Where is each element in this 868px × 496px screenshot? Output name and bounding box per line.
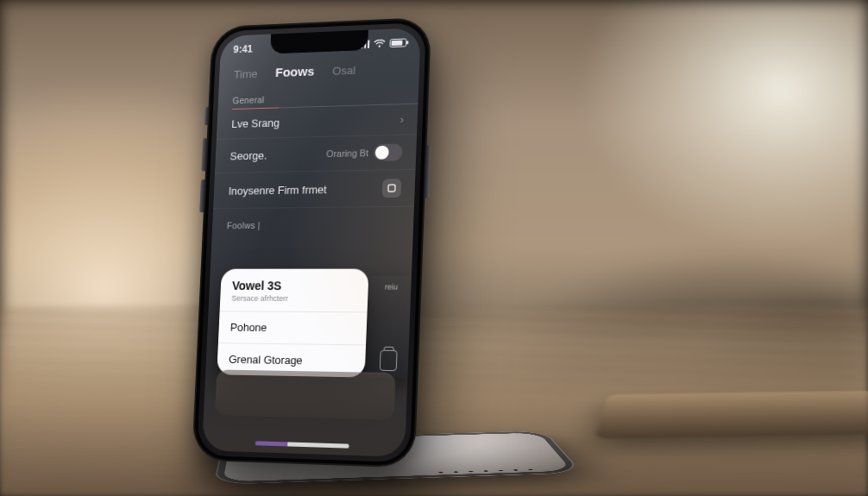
volume-down-button <box>199 179 205 212</box>
popover-subtitle: Sersace afrhcterr <box>220 294 368 312</box>
tab-left[interactable]: Time <box>234 67 258 80</box>
row-inoysenre[interactable]: Inoysenre Firm frmet <box>213 170 415 209</box>
popover-title: Vowel 3S <box>221 269 369 295</box>
notch <box>270 30 368 54</box>
phone-upright: 9:41 Time Foows Osal General Lve Srang <box>192 17 431 468</box>
chevron-right-icon: › <box>399 113 404 126</box>
popover-card[interactable]: Vowel 3S Sersace afrhcterr Pohone Grenal… <box>217 269 368 378</box>
wifi-icon <box>374 39 386 47</box>
svg-rect-0 <box>388 185 395 191</box>
mute-switch <box>204 107 210 125</box>
row-storage-ordering[interactable]: Seorge. Oraring Bt <box>215 135 417 173</box>
phone-screen: 9:41 Time Foows Osal General Lve Srang <box>202 28 421 457</box>
phone-frame: 9:41 Time Foows Osal General Lve Srang <box>192 17 431 468</box>
bottom-panel <box>215 369 396 419</box>
row-label: Lve Srang <box>231 116 280 130</box>
card-behind-popover[interactable]: reiu <box>360 276 420 379</box>
row-label: Inoysenre Firm frmet <box>228 183 326 197</box>
row-label: Seorge. <box>230 148 267 161</box>
row-live-sharing[interactable]: Lve Srang › <box>217 104 418 140</box>
status-time: 9:41 <box>233 43 253 55</box>
lock-icon <box>380 350 398 371</box>
volume-up-button <box>201 138 207 171</box>
battery-icon <box>389 38 406 47</box>
home-indicator[interactable] <box>255 441 349 448</box>
wood-block-right <box>594 391 868 439</box>
tab-center[interactable]: Foows <box>275 64 315 79</box>
popover-item-phone[interactable]: Pohone <box>218 311 368 344</box>
row-trailing-glyph-icon <box>382 179 402 198</box>
tab-right[interactable]: Osal <box>332 64 355 78</box>
peek-label: reiu <box>385 283 398 292</box>
toggle-switch[interactable] <box>374 143 403 160</box>
section-header-follows: Foolws | <box>212 212 414 235</box>
row-value: Oraring Bt <box>326 148 374 159</box>
